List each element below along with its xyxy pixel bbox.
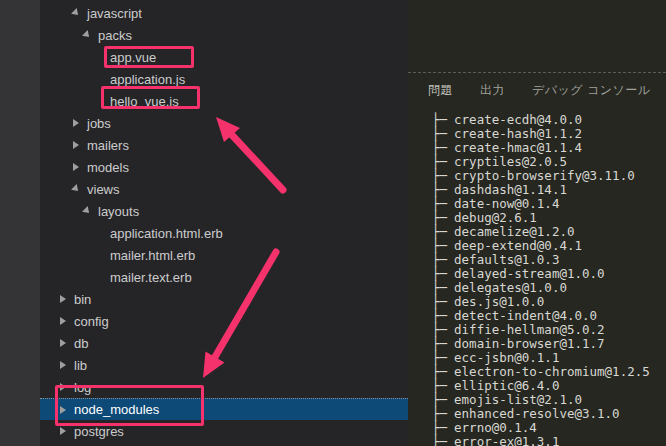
package-name: des.js@1.0.0 <box>454 294 544 309</box>
tree-item-label: bin <box>74 292 91 307</box>
package-name: create-hmac@1.1.4 <box>454 140 582 155</box>
tree-item-hello-vue-js[interactable]: hello_vue.js <box>40 90 408 112</box>
tree-item-models[interactable]: models <box>40 156 408 178</box>
tree-item-app-vue[interactable]: app.vue <box>40 46 408 68</box>
tree-item-packs[interactable]: packs <box>40 24 408 46</box>
chevron-expanded-icon[interactable] <box>71 184 81 194</box>
package-name: defaults@1.0.3 <box>454 252 559 267</box>
tree-item-log[interactable]: log <box>40 376 408 398</box>
chevron-expanded-icon[interactable] <box>71 8 81 18</box>
chevron-collapsed-icon[interactable] <box>60 339 66 347</box>
chevron-collapsed-icon[interactable] <box>73 163 79 171</box>
package-name: delayed-stream@1.0.0 <box>454 266 605 281</box>
output-line: ├─detect-indent@4.0.0 <box>432 309 666 323</box>
tree-branch-glyph: ├─ <box>432 322 447 337</box>
tree-item-application-html-erb[interactable]: application.html.erb <box>40 222 408 244</box>
package-name: electron-to-chromium@1.2.5 <box>454 364 650 379</box>
tree-item-mailers[interactable]: mailers <box>40 134 408 156</box>
package-name: deep-extend@0.4.1 <box>454 238 582 253</box>
output-line: ├─debug@2.6.1 <box>432 211 666 225</box>
package-name: diffie-hellman@5.0.2 <box>454 322 605 337</box>
output-line: ├─deep-extend@0.4.1 <box>432 239 666 253</box>
output-line: ├─electron-to-chromium@1.2.5 <box>432 365 666 379</box>
chevron-collapsed-icon[interactable] <box>73 119 79 127</box>
tree-item-config[interactable]: config <box>40 310 408 332</box>
tree-item-bin[interactable]: bin <box>40 288 408 310</box>
tree-branch-glyph: ├─ <box>432 238 447 253</box>
tree-item-postgres[interactable]: postgres <box>40 420 408 442</box>
tree-item-label: postgres <box>74 424 124 439</box>
output-line: ├─crypto-browserify@3.11.0 <box>432 169 666 183</box>
editor-empty-area <box>408 0 666 72</box>
tree-branch-glyph: ├─ <box>432 224 447 239</box>
tree-item-label: hello_vue.js <box>110 94 179 109</box>
chevron-collapsed-icon[interactable] <box>60 427 66 435</box>
chevron-collapsed-icon[interactable] <box>60 295 66 303</box>
chevron-collapsed-icon[interactable] <box>60 361 66 369</box>
chevron-expanded-icon[interactable] <box>82 30 92 40</box>
tab-problems[interactable]: 問題 <box>428 82 453 108</box>
output-line: ├─enhanced-resolve@3.1.0 <box>432 407 666 421</box>
package-name: debug@2.6.1 <box>454 210 537 225</box>
tab-debug-console[interactable]: デバッグ コンソール <box>532 82 651 108</box>
tree-item-label: config <box>74 314 109 329</box>
tree-item-label: log <box>74 380 91 395</box>
package-name: elliptic@6.4.0 <box>454 378 559 393</box>
output-console[interactable]: ├─create-ecdh@4.0.0├─create-hash@1.1.2├─… <box>408 113 666 446</box>
tree-item-node-modules[interactable]: node_modules <box>40 398 408 420</box>
output-line: ├─delayed-stream@1.0.0 <box>432 267 666 281</box>
tree-branch-glyph: ├─ <box>432 112 447 127</box>
output-line: ├─elliptic@6.4.0 <box>432 379 666 393</box>
tree-item-label: node_modules <box>74 402 159 417</box>
output-line: ├─ecc-jsbn@0.1.1 <box>432 351 666 365</box>
tree-item-db[interactable]: db <box>40 332 408 354</box>
output-line: ├─create-ecdh@4.0.0 <box>432 113 666 127</box>
chevron-expanded-icon[interactable] <box>82 206 92 216</box>
package-name: domain-browser@1.1.7 <box>454 336 605 351</box>
output-line: ├─domain-browser@1.1.7 <box>432 337 666 351</box>
tree-branch-glyph: ├─ <box>432 266 447 281</box>
tree-item-lib[interactable]: lib <box>40 354 408 376</box>
tree-item-label: db <box>74 336 88 351</box>
tree-item-label: models <box>87 160 129 175</box>
tree-item-label: application.html.erb <box>110 226 223 241</box>
chevron-collapsed-icon[interactable] <box>60 406 66 414</box>
output-line: ├─create-hash@1.1.2 <box>432 127 666 141</box>
tree-item-mailer-text-erb[interactable]: mailer.text.erb <box>40 266 408 288</box>
tree-item-layouts[interactable]: layouts <box>40 200 408 222</box>
tree-branch-glyph: ├─ <box>432 308 447 323</box>
package-name: crypto-browserify@3.11.0 <box>454 168 635 183</box>
output-line: ├─emojis-list@2.1.0 <box>432 393 666 407</box>
package-name: create-ecdh@4.0.0 <box>454 112 582 127</box>
tab-output[interactable]: 出力 <box>480 82 505 108</box>
output-line: ├─create-hmac@1.1.4 <box>432 141 666 155</box>
tree-item-mailer-html-erb[interactable]: mailer.html.erb <box>40 244 408 266</box>
package-name: create-hash@1.1.2 <box>454 126 582 141</box>
tree-branch-glyph: ├─ <box>432 210 447 225</box>
output-line: ├─des.js@1.0.0 <box>432 295 666 309</box>
tree-item-label: javascript <box>87 6 142 21</box>
output-line: ├─diffie-hellman@5.0.2 <box>432 323 666 337</box>
tree-branch-glyph: ├─ <box>432 294 447 309</box>
chevron-collapsed-icon[interactable] <box>73 141 79 149</box>
tree-branch-glyph: ├─ <box>432 434 447 446</box>
output-line: ├─errno@0.1.4 <box>432 421 666 435</box>
tree-item-label: views <box>87 182 120 197</box>
file-explorer-sidebar: javascriptpacksapp.vueapplication.jshell… <box>40 0 409 446</box>
package-name: delegates@1.0.0 <box>454 280 567 295</box>
tree-item-views[interactable]: views <box>40 178 408 200</box>
tree-branch-glyph: ├─ <box>432 280 447 295</box>
package-name: ecc-jsbn@0.1.1 <box>454 350 559 365</box>
tree-branch-glyph: ├─ <box>432 378 447 393</box>
package-name: errno@0.1.4 <box>454 420 537 435</box>
tree-branch-glyph: ├─ <box>432 182 447 197</box>
tree-item-javascript[interactable]: javascript <box>40 2 408 24</box>
tree-branch-glyph: ├─ <box>432 154 447 169</box>
chevron-collapsed-icon[interactable] <box>60 317 66 325</box>
tree-item-jobs[interactable]: jobs <box>40 112 408 134</box>
output-line: ├─cryptiles@2.0.5 <box>432 155 666 169</box>
tree-item-label: layouts <box>98 204 139 219</box>
tree-item-application-js[interactable]: application.js <box>40 68 408 90</box>
file-tree[interactable]: javascriptpacksapp.vueapplication.jshell… <box>40 0 408 442</box>
chevron-collapsed-icon[interactable] <box>60 383 66 391</box>
